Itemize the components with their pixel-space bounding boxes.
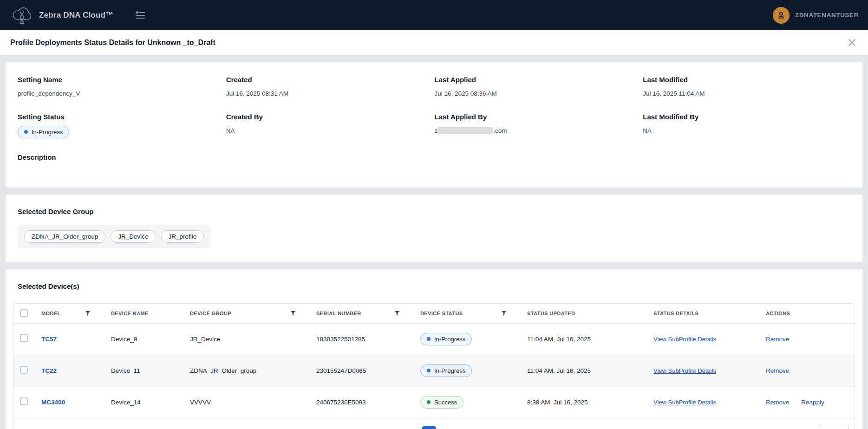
device-group-chip: JR_Device: [111, 230, 156, 243]
field-label: Last Applied: [435, 76, 643, 84]
device-row: TC57 Device_9 JR_Device 18303522501285 I…: [13, 323, 855, 355]
first-page-icon[interactable]: [391, 427, 402, 429]
table-footer-row: 1-3 of 3 Devices 1 Devices Per Page: [13, 418, 855, 429]
column-header-status-updated: STATUS UPDATED: [527, 311, 575, 316]
field-setting-name: Setting Name profile_dependency_V: [18, 76, 226, 98]
field-label: Description: [18, 153, 226, 161]
field-label: Last Modified By: [643, 113, 851, 121]
field-last-applied: Last Applied Jul 16, 2025 08:36 AM: [435, 76, 643, 98]
field-label: Last Modified: [643, 76, 851, 84]
redacted-email: z.com: [435, 127, 643, 135]
field-value: Jul 16, 2025 08:31 AM: [226, 90, 435, 98]
column-header-device-status: DEVICE STATUS: [420, 311, 463, 316]
select-all-checkbox[interactable]: [20, 309, 28, 317]
status-updated-cell: 8:38 AM, Jul 16, 2025: [527, 399, 588, 406]
table-header-row: MODEL DEVICE NAME DEVICE GROUP SERIAL NU…: [13, 304, 855, 324]
selected-devices-card: Selected Device(s) MODEL DEVICE NAME DEV…: [6, 269, 862, 429]
page-title: Profile Deployments Status Details for U…: [10, 39, 215, 47]
redaction-blur: [438, 127, 493, 134]
remove-action-link[interactable]: Remove: [766, 367, 789, 374]
field-created: Created Jul 16, 2025 08:31 AM: [226, 76, 435, 98]
per-page-select[interactable]: 25: [819, 425, 849, 429]
devices-title: Selected Device(s): [18, 282, 855, 290]
user-avatar-icon[interactable]: [773, 7, 790, 24]
previous-page-icon[interactable]: [406, 427, 417, 429]
email-suffix: .com: [493, 127, 507, 134]
current-page-button[interactable]: 1: [422, 426, 436, 429]
filter-icon[interactable]: [289, 310, 297, 317]
device-status-badge: In-Progress: [420, 364, 472, 377]
device-model-link[interactable]: TC22: [41, 367, 57, 374]
filter-icon[interactable]: [84, 310, 91, 317]
zebra-dna-cloud-logo-icon: [10, 5, 33, 26]
remove-action-link[interactable]: Remove: [766, 399, 789, 406]
device-status-label: Success: [434, 399, 457, 406]
selected-device-group-card: Selected Device Group ZDNA_JR_Older_grou…: [6, 195, 862, 262]
field-value: NA: [643, 127, 851, 135]
next-page-icon[interactable]: [440, 427, 451, 429]
device-status-label: In-Progress: [434, 336, 465, 343]
view-subprofile-details-link[interactable]: View SubProfile Details: [653, 367, 716, 374]
pagination: 1: [391, 426, 466, 429]
remove-action-link[interactable]: Remove: [766, 336, 789, 343]
status-updated-cell: 11:04 AM, Jul 16, 2025: [527, 336, 591, 343]
device-name-cell: Device_9: [111, 336, 137, 343]
column-header-device-group: DEVICE GROUP: [190, 311, 231, 316]
last-page-icon[interactable]: [456, 427, 466, 429]
column-header-status-details: STATUS DETAILS: [653, 311, 698, 316]
column-header-actions: ACTIONS: [766, 311, 790, 316]
close-icon[interactable]: [846, 37, 858, 48]
app-header: Zebra DNA Cloud™ ZDNATENANTUSER: [0, 0, 868, 30]
column-header-model: MODEL: [41, 311, 61, 316]
email-prefix: z: [435, 127, 438, 134]
field-value: Jul 16, 2025 08:36 AM: [435, 90, 643, 98]
row-checkbox[interactable]: [20, 366, 28, 374]
device-group-cell: ZDNA_JR_Older_group: [190, 367, 256, 374]
device-row: MC3400 Device_14 VVVVV 240675230E5093 Su…: [13, 386, 855, 418]
deployment-overview-card: Setting Name profile_dependency_V Create…: [6, 62, 862, 188]
serial-number-cell: 240675230E5093: [316, 399, 366, 406]
per-page-control: Devices Per Page 25: [760, 425, 849, 429]
column-header-serial-number: SERIAL NUMBER: [316, 311, 361, 316]
page-root: Zebra DNA Cloud™ ZDNATENANTUSER Profile …: [0, 0, 868, 429]
username-label[interactable]: ZDNATENANTUSER: [795, 12, 859, 19]
row-checkbox[interactable]: [20, 334, 28, 342]
device-model-link[interactable]: TC57: [41, 336, 57, 343]
device-group-chip: ZDNA_JR_Older_group: [24, 230, 105, 243]
device-name-cell: Device_11: [111, 367, 140, 374]
filter-icon[interactable]: [393, 310, 401, 317]
field-label: Setting Name: [18, 76, 226, 84]
setting-status-badge: In-Progress: [18, 126, 69, 138]
device-model-link[interactable]: MC3400: [41, 399, 65, 406]
device-group-cell: VVVVV: [190, 399, 211, 406]
serial-number-cell: 230155247D0065: [316, 367, 366, 374]
device-row: TC22 Device_11 ZDNA_JR_Older_group 23015…: [13, 355, 855, 386]
device-group-title: Selected Device Group: [18, 208, 851, 215]
column-header-device-name: DEVICE NAME: [111, 311, 149, 316]
status-dot-icon: [427, 400, 431, 404]
view-subprofile-details-link[interactable]: View SubProfile Details: [653, 399, 716, 406]
field-description: Description: [18, 153, 226, 167]
field-last-modified-by: Last Modified By NA: [643, 113, 851, 138]
field-label: Setting Status: [18, 113, 226, 121]
device-group-cell: JR_Device: [190, 336, 220, 343]
device-group-chips: ZDNA_JR_Older_group JR_Device JR_profile: [18, 225, 210, 248]
field-value: NA: [226, 127, 435, 135]
devices-table: MODEL DEVICE NAME DEVICE GROUP SERIAL NU…: [13, 303, 855, 429]
page-title-bar: Profile Deployments Status Details for U…: [0, 30, 868, 55]
device-status-badge: In-Progress: [420, 333, 472, 345]
row-checkbox[interactable]: [20, 397, 28, 405]
field-value: Jul 16, 2025 11:04 AM: [643, 90, 851, 98]
field-label: Last Applied By: [435, 113, 643, 121]
field-label: Created: [226, 76, 435, 84]
field-last-modified: Last Modified Jul 16, 2025 11:04 AM: [643, 76, 851, 98]
device-status-label: In-Progress: [434, 367, 465, 374]
filter-icon[interactable]: [500, 310, 508, 317]
collapse-menu-icon[interactable]: [133, 9, 148, 22]
serial-number-cell: 18303522501285: [316, 336, 365, 343]
status-badge-label: In-Progress: [32, 129, 63, 136]
reapply-action-link[interactable]: Reapply: [801, 399, 824, 406]
view-subprofile-details-link[interactable]: View SubProfile Details: [653, 336, 716, 343]
field-setting-status: Setting Status In-Progress: [18, 113, 226, 138]
status-dot-icon: [427, 337, 431, 341]
